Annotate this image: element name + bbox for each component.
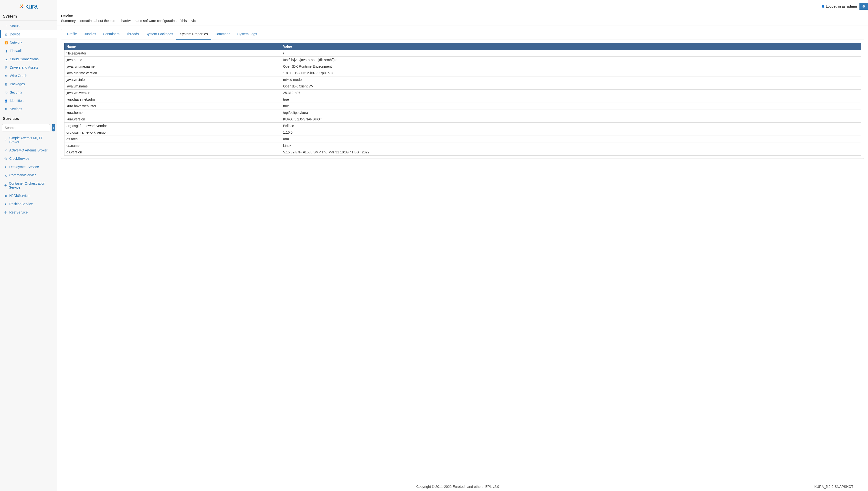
sidebar-item-settings[interactable]: Settings bbox=[0, 105, 57, 113]
property-value: 25.312-b07 bbox=[281, 90, 861, 96]
command-icon bbox=[3, 173, 8, 177]
tab-sysprop[interactable]: System Properties bbox=[176, 29, 211, 39]
sidebar-item-identities[interactable]: Identities bbox=[0, 96, 57, 105]
sidebar-item-label: Packages bbox=[10, 82, 25, 86]
table-row: java.runtime.nameOpenJDK Runtime Environ… bbox=[64, 63, 861, 70]
sidebar-item-security[interactable]: Security bbox=[0, 88, 57, 96]
property-name: kura.have.net.admin bbox=[64, 96, 281, 103]
sidebar-item-drivers[interactable]: Drivers and Assets bbox=[0, 63, 57, 71]
footer-left bbox=[62, 485, 326, 489]
service-item-label: RestService bbox=[9, 210, 28, 214]
tab-containers[interactable]: Containers bbox=[99, 29, 123, 39]
property-name: java.home bbox=[64, 57, 281, 63]
service-item-h2db[interactable]: H2DbService bbox=[0, 192, 57, 200]
properties-table: Name Value file.separator/java.home/usr/… bbox=[64, 43, 861, 155]
property-value: KURA_5.2.0-SNAPSHOT bbox=[281, 116, 861, 123]
service-item-deployment[interactable]: DeploymentService bbox=[0, 163, 57, 171]
property-name: org.osgi.framework.vendor bbox=[64, 123, 281, 129]
sidebar-item-label: Network bbox=[10, 40, 22, 45]
settings-gear-button[interactable] bbox=[860, 3, 868, 10]
tab-syspkg[interactable]: System Packages bbox=[142, 29, 176, 39]
property-value: true bbox=[281, 103, 861, 110]
property-value: OpenJDK Runtime Environment bbox=[281, 63, 861, 70]
property-value: OpenJDK Client VM bbox=[281, 83, 861, 90]
sidebar-item-label: Cloud Connections bbox=[10, 57, 38, 61]
firewall-icon bbox=[4, 49, 8, 53]
table-row: os.version5.15.32-v7l+ #1538 SMP Thu Mar… bbox=[64, 149, 861, 155]
deployment-icon bbox=[3, 165, 8, 169]
brand-name: kura bbox=[25, 2, 37, 10]
sidebar-item-label: Device bbox=[10, 32, 20, 36]
logged-in-username: admin bbox=[847, 4, 857, 8]
property-value: mixed mode bbox=[281, 77, 861, 83]
service-item-command[interactable]: CommandService bbox=[0, 171, 57, 179]
sidebar-section-services: Services bbox=[0, 114, 57, 123]
sidebar-item-label: Identities bbox=[10, 99, 24, 103]
service-item-artemis-simple[interactable]: Simple Artemis MQTT Broker bbox=[0, 134, 57, 146]
tab-profile[interactable]: Profile bbox=[64, 29, 80, 39]
device-icon bbox=[4, 32, 8, 36]
table-row: kura.versionKURA_5.2.0-SNAPSHOT bbox=[64, 116, 861, 123]
service-item-container[interactable]: Container Orchestration Service bbox=[0, 179, 57, 192]
service-item-artemis-active[interactable]: ActiveMQ Artemis Broker bbox=[0, 146, 57, 154]
sidebar-item-network[interactable]: Network bbox=[0, 38, 57, 47]
device-panel: ProfileBundlesContainersThreadsSystem Pa… bbox=[61, 29, 864, 159]
sidebar-item-status[interactable]: Status bbox=[0, 22, 57, 30]
property-name: os.name bbox=[64, 142, 281, 149]
page-title: Device bbox=[57, 14, 868, 18]
settings-icon bbox=[4, 107, 8, 111]
tab-syslogs[interactable]: System Logs bbox=[234, 29, 260, 39]
sidebar-item-label: Settings bbox=[10, 107, 22, 111]
table-row: kura.have.web.intertrue bbox=[64, 103, 861, 110]
sidebar-item-label: Wire Graph bbox=[10, 74, 27, 78]
table-row: kura.have.net.admintrue bbox=[64, 96, 861, 103]
service-item-label: ActiveMQ Artemis Broker bbox=[9, 148, 48, 152]
page-description: Summary information about the current ha… bbox=[57, 18, 868, 25]
service-item-label: DeploymentService bbox=[9, 165, 39, 169]
property-name: kura.have.web.inter bbox=[64, 103, 281, 110]
user-icon bbox=[821, 4, 825, 8]
property-name: org.osgi.framework.version bbox=[64, 129, 281, 136]
table-row: java.vm.infomixed mode bbox=[64, 77, 861, 83]
service-item-position[interactable]: PositionService bbox=[0, 200, 57, 208]
property-value: true bbox=[281, 96, 861, 103]
sidebar-item-firewall[interactable]: Firewall bbox=[0, 47, 57, 55]
tab-bundles[interactable]: Bundles bbox=[80, 29, 100, 39]
artemis-active-icon bbox=[3, 148, 8, 152]
property-name: os.version bbox=[64, 149, 281, 155]
services-search-input[interactable] bbox=[2, 124, 50, 132]
service-item-label: PositionService bbox=[9, 202, 33, 206]
table-row: java.home/usr/lib/jvm/java-8-openjdk-arm… bbox=[64, 57, 861, 63]
wire-icon bbox=[4, 74, 8, 78]
table-row: java.vm.nameOpenJDK Client VM bbox=[64, 83, 861, 90]
logged-in-prefix: Logged in as bbox=[826, 4, 845, 8]
footer-copyright: Copyright © 2011-2022 Eurotech and other… bbox=[326, 485, 590, 489]
topbar: Logged in as admin bbox=[57, 0, 868, 14]
tab-command[interactable]: Command bbox=[211, 29, 234, 39]
service-item-clock[interactable]: ClockService bbox=[0, 154, 57, 163]
property-value: 1.8.0_312-8u312-b07-1+rpi1-b07 bbox=[281, 70, 861, 77]
table-row: os.archarm bbox=[64, 136, 861, 142]
property-value: / bbox=[281, 50, 861, 57]
rest-icon bbox=[3, 210, 8, 214]
table-row: kura.home/opt/eclipse/kura bbox=[64, 110, 861, 116]
property-value: arm bbox=[281, 136, 861, 142]
add-service-button[interactable] bbox=[52, 124, 55, 132]
security-icon bbox=[4, 91, 8, 94]
sidebar-item-device[interactable]: Device bbox=[0, 30, 57, 38]
sidebar-item-label: Drivers and Assets bbox=[10, 65, 38, 69]
plus-icon bbox=[53, 126, 55, 130]
sidebar-item-packages[interactable]: Packages bbox=[0, 80, 57, 88]
sidebar-item-cloud[interactable]: Cloud Connections bbox=[0, 55, 57, 63]
column-header-value[interactable]: Value bbox=[281, 43, 861, 50]
service-item-rest[interactable]: RestService bbox=[0, 208, 57, 216]
status-icon bbox=[4, 24, 8, 28]
property-name: java.vm.name bbox=[64, 83, 281, 90]
tab-threads[interactable]: Threads bbox=[123, 29, 142, 39]
device-tabs: ProfileBundlesContainersThreadsSystem Pa… bbox=[61, 29, 864, 40]
property-value: /usr/lib/jvm/java-8-openjdk-armhf/jre bbox=[281, 57, 861, 63]
column-header-name[interactable]: Name bbox=[64, 43, 281, 50]
sidebar-item-wire[interactable]: Wire Graph bbox=[0, 71, 57, 80]
brand-logo: kura bbox=[19, 2, 37, 10]
property-value: /opt/eclipse/kura bbox=[281, 110, 861, 116]
